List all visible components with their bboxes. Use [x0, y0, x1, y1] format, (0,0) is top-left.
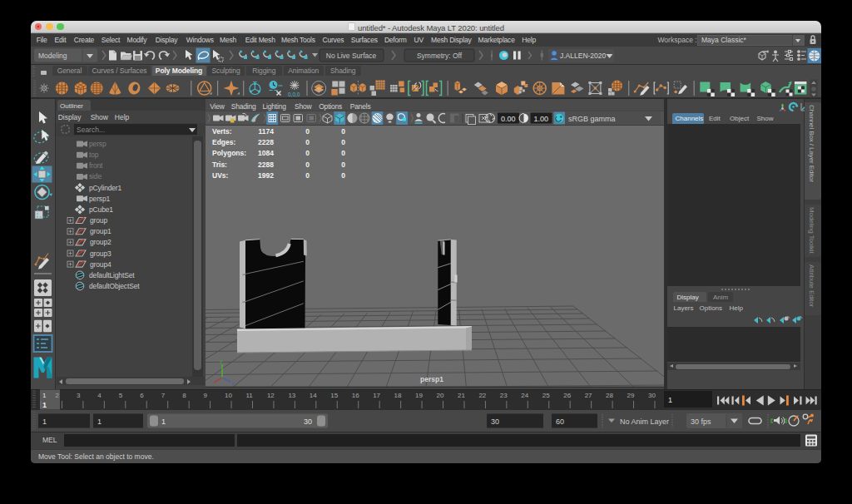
svg-text:1084: 1084 — [258, 149, 274, 157]
svg-text:Tris:: Tris: — [212, 161, 227, 169]
svg-text:30: 30 — [648, 391, 656, 398]
svg-text:Symmetry: Off: Symmetry: Off — [417, 52, 463, 60]
svg-text:side: side — [89, 172, 102, 180]
svg-text:0: 0 — [341, 171, 345, 180]
svg-text:10: 10 — [225, 391, 232, 398]
svg-text:0: 0 — [341, 138, 345, 146]
svg-text:pCylinder1: pCylinder1 — [89, 184, 122, 192]
svg-text:Polygons:: Polygons: — [212, 149, 246, 157]
svg-text:persp1: persp1 — [420, 375, 443, 383]
svg-text:group3: group3 — [90, 250, 111, 258]
svg-text:0: 0 — [305, 171, 310, 180]
svg-text:6: 6 — [140, 391, 144, 398]
svg-text:21: 21 — [458, 391, 465, 398]
svg-text:group4: group4 — [90, 260, 111, 269]
svg-text:15: 15 — [330, 391, 338, 398]
svg-text:1.00: 1.00 — [534, 115, 549, 123]
svg-text:30: 30 — [304, 417, 312, 425]
svg-text:0.00: 0.00 — [501, 115, 516, 123]
svg-text:11: 11 — [245, 391, 253, 398]
svg-text:1: 1 — [161, 417, 166, 425]
svg-text:defaultObjectSet: defaultObjectSet — [89, 282, 140, 290]
svg-text:22: 22 — [478, 391, 486, 398]
svg-text:28: 28 — [606, 391, 613, 398]
svg-text:0: 0 — [341, 161, 345, 169]
svg-text:0,0,0: 0,0,0 — [288, 91, 300, 96]
svg-text:12: 12 — [267, 391, 275, 398]
svg-text:0: 0 — [341, 127, 345, 136]
svg-text:UVs:: UVs: — [212, 171, 229, 180]
svg-text:pCube1: pCube1 — [89, 205, 113, 214]
svg-text:Verts:: Verts: — [212, 127, 232, 136]
svg-text:7: 7 — [161, 391, 166, 398]
svg-text:2228: 2228 — [258, 138, 274, 146]
svg-text:60: 60 — [556, 417, 564, 425]
svg-text:0: 0 — [341, 149, 345, 157]
svg-text:30: 30 — [491, 417, 499, 425]
svg-text:29: 29 — [627, 391, 635, 398]
svg-text:0: 0 — [305, 127, 310, 136]
svg-text:23: 23 — [500, 391, 508, 398]
svg-text:17: 17 — [373, 391, 380, 398]
svg-text:top: top — [89, 151, 99, 159]
svg-text:8: 8 — [182, 391, 186, 398]
svg-text:z: z — [231, 381, 234, 386]
svg-text:24: 24 — [521, 391, 528, 398]
svg-text:J.ALLEN-2020: J.ALLEN-2020 — [560, 52, 607, 60]
svg-text:0: 0 — [305, 138, 310, 146]
svg-text:3: 3 — [77, 391, 81, 398]
svg-text:19: 19 — [415, 391, 423, 398]
svg-text:1: 1 — [42, 400, 47, 408]
svg-text:25: 25 — [542, 391, 550, 398]
svg-text:27: 27 — [585, 391, 592, 398]
svg-text:Edges:: Edges: — [212, 138, 236, 146]
svg-text:1: 1 — [668, 396, 672, 404]
svg-text:No Live Surface: No Live Surface — [326, 52, 377, 60]
svg-text:persp1: persp1 — [89, 195, 111, 203]
svg-text:30 fps: 30 fps — [691, 417, 711, 425]
svg-text:1174: 1174 — [259, 127, 275, 136]
svg-text:18: 18 — [394, 391, 402, 398]
svg-text:y: y — [220, 358, 222, 363]
svg-text:9: 9 — [204, 391, 208, 398]
svg-text:0: 0 — [305, 161, 310, 169]
svg-text:sRGB gamma: sRGB gamma — [568, 115, 616, 123]
svg-text:group1: group1 — [90, 227, 111, 235]
svg-text:group2: group2 — [90, 238, 111, 246]
svg-text:1: 1 — [97, 417, 102, 425]
svg-text:front: front — [89, 161, 103, 170]
svg-text:1: 1 — [42, 417, 47, 425]
svg-text:0: 0 — [305, 149, 310, 157]
svg-text:1992: 1992 — [258, 171, 274, 180]
svg-text:persp: persp — [89, 140, 106, 148]
svg-text:16: 16 — [352, 391, 359, 398]
svg-text:26: 26 — [563, 391, 571, 398]
svg-text:defaultLightSet: defaultLightSet — [89, 271, 135, 279]
svg-text:13: 13 — [288, 391, 295, 398]
svg-text:group: group — [90, 216, 107, 225]
svg-text:No Anim Layer: No Anim Layer — [620, 417, 669, 425]
svg-text:5: 5 — [119, 391, 123, 398]
svg-text:2288: 2288 — [258, 161, 274, 169]
svg-text:1: 1 — [42, 391, 47, 398]
svg-text:2: 2 — [55, 391, 59, 398]
svg-text:4: 4 — [97, 391, 102, 398]
svg-text:14: 14 — [310, 391, 317, 398]
svg-text:20: 20 — [437, 391, 444, 398]
